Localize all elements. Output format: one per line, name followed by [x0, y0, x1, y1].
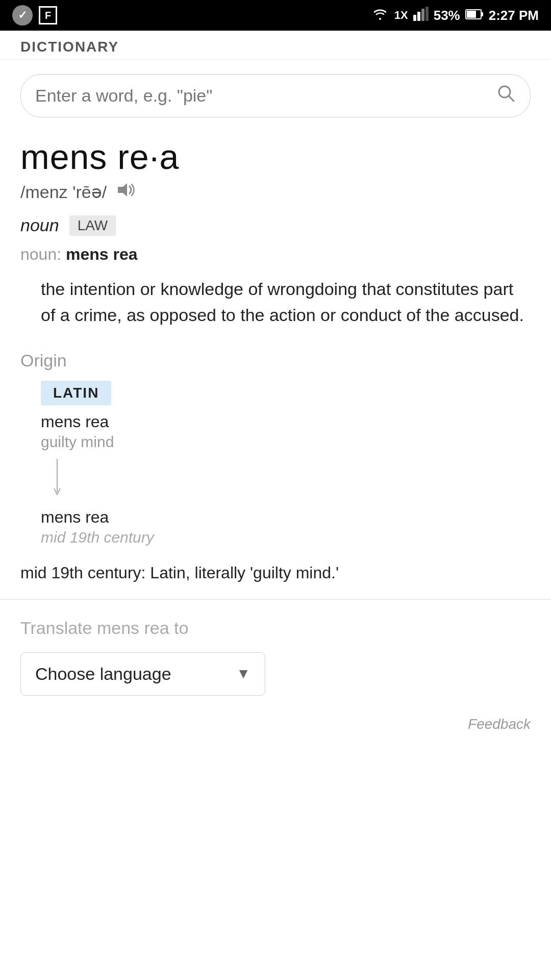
svg-rect-0 — [413, 15, 416, 21]
page-header: DICTIONARY — [0, 31, 551, 60]
word-phonetics: /menz 'rēə/ — [20, 181, 531, 203]
speaker-icon[interactable] — [116, 181, 136, 203]
phonetics-text: /menz 'rēə/ — [20, 182, 107, 202]
origin-block: LATIN mens rea guilty mind mens rea mid … — [20, 381, 531, 546]
wifi-icon — [371, 7, 389, 24]
signal-label: 1X — [394, 9, 408, 22]
svg-rect-6 — [481, 12, 483, 16]
app-icon-f: F — [39, 6, 57, 24]
pos-row: noun LAW — [20, 215, 531, 236]
etymology-note: mid 19th century: Latin, literally 'guil… — [0, 546, 551, 600]
feedback-row: Feedback — [0, 706, 551, 748]
origin-label: Origin — [20, 351, 531, 371]
search-container — [0, 60, 551, 128]
app-icon-check: ✓ — [12, 5, 33, 26]
svg-rect-3 — [425, 7, 429, 21]
search-input[interactable] — [35, 86, 488, 106]
language-dropdown-text: Choose language — [35, 664, 171, 684]
definition-text: the intention or knowledge of wrongdoing… — [41, 276, 531, 328]
svg-rect-2 — [421, 9, 424, 21]
status-bar-left: ✓ F — [12, 5, 57, 26]
signal-icon — [413, 7, 429, 24]
battery-label: 53% — [434, 8, 460, 23]
time-label: 2:27 PM — [489, 8, 539, 23]
search-box[interactable] — [20, 74, 531, 117]
language-dropdown[interactable]: Choose language ▼ — [20, 652, 265, 696]
part-of-speech: noun — [20, 215, 59, 235]
noun-ref-word: mens rea — [66, 245, 138, 263]
feedback-link[interactable]: Feedback — [468, 716, 531, 732]
svg-line-8 — [509, 96, 514, 101]
header-title: DICTIONARY — [20, 39, 119, 55]
origin-section: Origin LATIN mens rea guilty mind mens r… — [0, 340, 551, 546]
noun-ref: noun: mens rea — [20, 245, 531, 264]
word-title: mens re·a — [20, 138, 531, 176]
svg-rect-5 — [467, 11, 476, 18]
battery-icon — [465, 8, 484, 23]
latin-badge: LATIN — [41, 381, 111, 405]
translate-label: Translate mens rea to — [20, 618, 531, 638]
search-icon[interactable] — [496, 84, 516, 108]
origin-word2: mens rea — [41, 508, 531, 527]
origin-meaning: guilty mind — [41, 433, 531, 451]
status-bar: ✓ F 1X 53% 2:27 PM — [0, 0, 551, 31]
status-bar-right: 1X 53% 2:27 PM — [371, 7, 539, 24]
svg-marker-9 — [118, 183, 127, 197]
arrow-down — [51, 459, 531, 500]
svg-rect-1 — [417, 12, 420, 21]
translate-section: Translate mens rea to Choose language ▼ — [0, 600, 551, 706]
origin-century: mid 19th century — [41, 529, 531, 546]
origin-word: mens rea — [41, 412, 531, 431]
subject-tag: LAW — [69, 215, 116, 236]
word-entry: mens re·a /menz 'rēə/ noun LAW noun: men… — [0, 128, 551, 264]
chevron-down-icon: ▼ — [236, 666, 251, 682]
